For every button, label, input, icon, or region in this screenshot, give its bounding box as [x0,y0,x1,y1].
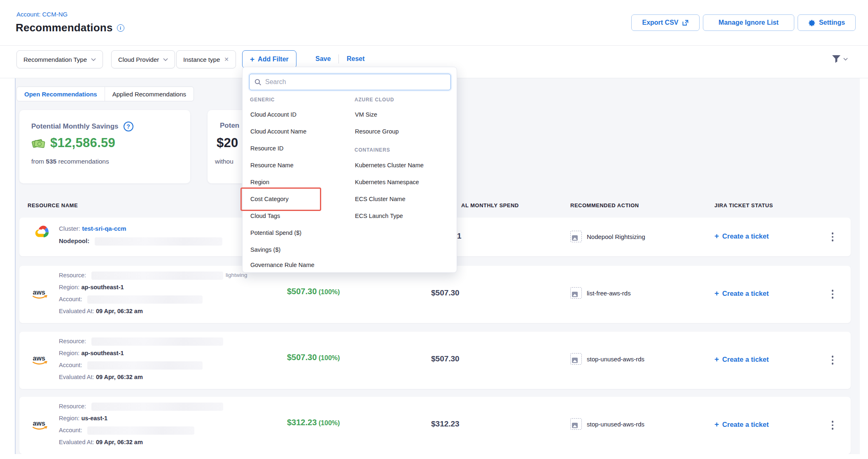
filter-chip-recommendation-type[interactable]: Recommendation Type [16,50,103,68]
tab-open-recommendations[interactable]: Open Recommendations [17,87,105,101]
redacted-value [87,426,194,435]
export-csv-button[interactable]: Export CSV [631,14,700,31]
savings-percent: (100%) [319,419,340,426]
plus-icon: + [250,55,254,64]
cluster-name-link[interactable]: test-sri-qa-ccm [82,225,126,232]
recommendations-tabs: Open Recommendations Applied Recommendat… [16,87,194,101]
column-header-resource-name: RESOURCE NAME [28,202,78,208]
account-label: Account: [59,296,82,302]
region-label: Region: [59,350,79,356]
tab-applied-recommendations[interactable]: Applied Recommendations [105,87,194,101]
redacted-value [87,295,203,304]
manage-ignore-list-button[interactable]: Manage Ignore List [703,14,794,31]
redacted-value [91,403,223,411]
evaluated-at-value: 09 Apr, 06:32 am [96,439,143,445]
filter-option[interactable]: Kubernetes Cluster Name [355,162,424,169]
filter-option[interactable]: Region [250,179,269,185]
filter-chip-instance-type[interactable]: Instance type ✕ [176,50,236,68]
row-menu-kebab[interactable] [828,230,837,244]
chevron-down-icon [843,58,848,61]
savings-percent: (100%) [319,288,340,295]
filter-option[interactable]: Resource ID [250,145,284,152]
filter-funnel-button[interactable] [831,54,848,64]
left-accent-line [15,78,16,454]
resource-label: Resource: [59,403,86,410]
filter-option[interactable]: Cloud Tags [250,213,280,219]
table-row[interactable]: aws Resource: Region: ap-southeast-1 Acc… [19,266,851,323]
recommendation-action-icon [570,418,582,430]
account-breadcrumb[interactable]: Account: CCM-NG [16,11,68,18]
page-title: Recommendations [16,21,113,34]
filter-option[interactable]: VM Size [355,111,377,118]
table-row[interactable]: aws Resource: Region: us-east-1 Account:… [19,397,851,454]
nodepool-label: Nodepool: [59,237,89,244]
divider [338,54,339,63]
monthly-spend-partial: 1 [457,232,462,241]
create-ticket-link[interactable]: + Create a ticket [714,420,769,429]
plus-icon: + [714,355,719,364]
svg-text:aws: aws [33,288,45,296]
money-bills-icon [31,136,46,150]
filter-option-cost-category[interactable]: Cost Category [250,196,289,202]
savings-value: $12,586.59 [50,136,115,150]
plus-icon: + [714,289,719,298]
settings-button[interactable]: Settings [798,14,856,31]
savings-value: $312.23 [287,418,317,427]
filter-option[interactable]: Kubernetes Namespace [355,179,419,185]
filter-option[interactable]: Resource Name [250,162,294,169]
recommended-action-label: list-free-aws-rds [587,290,631,297]
table-row[interactable]: aws Resource: Region: ap-southeast-1 Acc… [19,332,851,389]
help-icon[interactable]: ? [124,122,133,131]
reset-filter-link[interactable]: Reset [347,55,365,63]
search-input[interactable] [265,78,446,86]
partial-resource-text: lightwing [226,272,247,278]
filter-option[interactable]: Potential Spend ($) [250,230,301,236]
row-menu-kebab[interactable] [828,287,837,302]
resource-label: Resource: [59,272,86,279]
resource-label: Resource: [59,338,86,344]
create-ticket-link[interactable]: + Create a ticket [714,232,769,241]
create-ticket-link[interactable]: + Create a ticket [714,355,769,364]
svg-text:aws: aws [33,354,45,362]
close-icon[interactable]: ✕ [224,56,229,63]
region-value: ap-southeast-1 [81,284,124,290]
filter-option[interactable]: Savings ($) [250,246,280,253]
aws-icon: aws [31,353,50,366]
filter-option[interactable]: ECS Cluster Name [355,196,405,202]
evaluated-at-label: Evaluated At: [59,374,94,380]
evaluated-at-value: 09 Apr, 06:32 am [96,308,143,314]
add-filter-button[interactable]: + Add Filter [242,50,296,68]
filter-option[interactable]: Cloud Account Name [250,128,306,135]
bottom-margin [0,454,868,459]
filter-option[interactable]: Cloud Account ID [250,111,296,118]
aws-icon: aws [31,287,50,300]
monthly-spend-value: $507.30 [431,288,460,297]
recommendation-action-icon [570,231,582,242]
spend-card-subtitle-partial: withou [215,158,233,165]
filter-option[interactable]: Resource Group [355,128,399,135]
save-filter-link[interactable]: Save [315,55,331,63]
account-label: Account: [59,427,82,433]
spend-card-value-partial: $20 [217,136,238,150]
monthly-spend-value: $507.30 [431,354,460,363]
savings-subtitle: from 535 recommendations [31,158,109,165]
filter-option[interactable]: Governance Rule Name [250,262,315,268]
recommendation-action-icon [570,287,582,299]
filter-chip-cloud-provider[interactable]: Cloud Provider [111,50,175,68]
recommendation-action-icon [570,353,582,365]
cluster-label: Cluster: [59,225,80,232]
dropdown-search[interactable] [249,74,451,90]
recommended-action-label: stop-unused-aws-rds [587,421,644,428]
info-icon[interactable]: i [117,24,124,32]
chevron-down-icon [91,58,96,61]
filter-option[interactable]: ECS Launch Type [355,213,403,219]
funnel-icon [831,54,842,64]
svg-text:aws: aws [33,419,45,427]
region-label: Region: [59,284,79,290]
create-ticket-link[interactable]: + Create a ticket [714,289,769,298]
column-header-jira-ticket-status: JIRA TICKET STATUS [714,202,773,208]
row-menu-kebab[interactable] [828,353,837,368]
region-value: ap-southeast-1 [81,350,124,356]
redacted-value [87,361,203,370]
row-menu-kebab[interactable] [828,418,837,433]
